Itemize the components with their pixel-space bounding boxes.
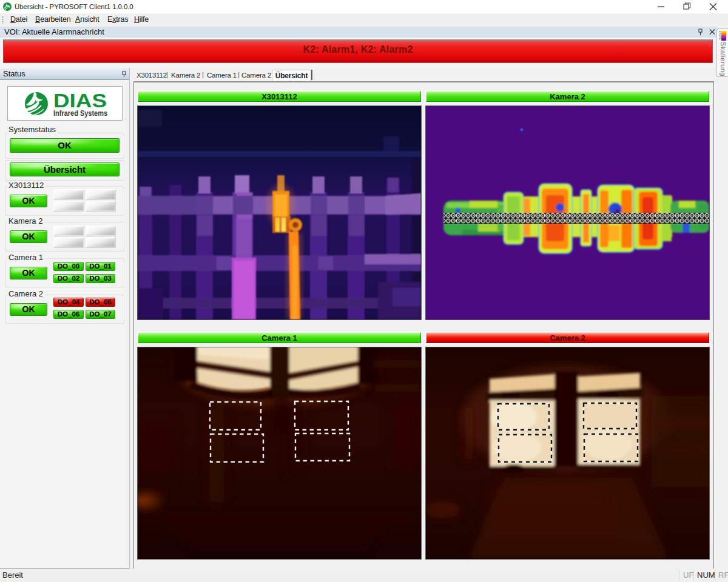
svg-text:Infrared Systems: Infrared Systems	[53, 109, 107, 118]
